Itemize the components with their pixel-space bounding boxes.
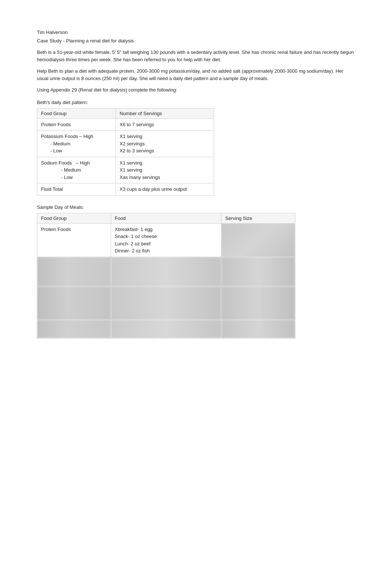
daily-pattern-label: Beth's daily diet pattern: <box>37 100 355 105</box>
author-name: Tim Halverson <box>37 30 355 35</box>
table-row: Sodium Foods – High - Medium - Low X1 se… <box>37 157 214 183</box>
sample-col-food: Food <box>111 213 221 223</box>
table-row: Protein Foods X6 to 7 servings <box>37 118 214 131</box>
daily-col-servings: Number of Servings <box>116 108 214 118</box>
table-row: Protein Foods Xbreakfast- 1 egg Snack- 1… <box>37 223 295 257</box>
paragraph-1: Beth is a 51-year-old white female, 5' 5… <box>37 49 355 63</box>
sample-food-blurred-2: blurred sodium food content high medium … <box>111 286 221 320</box>
sample-serving-blurred-1: blurred serving size content <box>221 257 295 286</box>
food-group-potassium: Potassium Foods – High - Medium - Low <box>37 131 116 157</box>
table-row-blurred-1: Food Group Potassium Foods blurred food … <box>37 257 295 286</box>
paragraph-2: Help Beth to plan a diet with adequate p… <box>37 68 355 82</box>
sample-food-group-protein: Protein Foods <box>37 223 111 257</box>
sample-meals-label: Sample Day of Meals: <box>37 204 355 210</box>
food-group-sodium: Sodium Foods – High - Medium - Low <box>37 157 116 183</box>
food-group-protein: Protein Foods <box>37 118 116 131</box>
case-title: Case Study - Planning a renal diet for d… <box>37 38 355 44</box>
servings-sodium: X1 serving X1 serving Xas many servings <box>116 157 214 183</box>
paragraph-3: Using Appendix 29 (Renal diet for dialys… <box>37 86 355 94</box>
sample-food-blurred-1: blurred food content potassium high medi… <box>111 257 221 286</box>
table-row: Potassium Foods – High - Medium - Low X1… <box>37 131 214 157</box>
sample-food-group-blurred-3: Fluid Total <box>37 320 111 338</box>
sample-food-protein: Xbreakfast- 1 egg Snack- 1 oz cheese Lun… <box>111 223 221 257</box>
table-row: Fluid Total X3 cups a day plus urine out… <box>37 183 214 196</box>
sample-col-serving-size: Serving Size <box>221 213 295 223</box>
sample-serving-blurred-3: blurred size <box>221 320 295 338</box>
sample-serving-blurred-2: blurred serving size content <box>221 286 295 320</box>
sample-meals-table: Food Group Food Serving Size Protein Foo… <box>37 213 295 338</box>
servings-fluid: X3 cups a day plus urine output <box>116 183 214 196</box>
sample-serving-protein <box>221 223 295 257</box>
table-row-blurred-3: Fluid Total blurred fluid total content … <box>37 320 295 338</box>
food-group-fluid: Fluid Total <box>37 183 116 196</box>
table-row-blurred-2: Food Group Sodium blurred sodium food co… <box>37 286 295 320</box>
servings-potassium: X1 serving X2 servings X2 to 3 servings <box>116 131 214 157</box>
sample-food-blurred-3: blurred fluid total content here <box>111 320 221 338</box>
daily-col-food-group: Food Group <box>37 108 116 118</box>
daily-diet-table: Food Group Number of Servings Protein Fo… <box>37 108 214 196</box>
servings-protein: X6 to 7 servings <box>116 118 214 131</box>
sample-food-group-blurred-2: Food Group Sodium <box>37 286 111 320</box>
sample-food-group-blurred-1: Food Group Potassium Foods <box>37 257 111 286</box>
sample-col-food-group: Food Group <box>37 213 111 223</box>
